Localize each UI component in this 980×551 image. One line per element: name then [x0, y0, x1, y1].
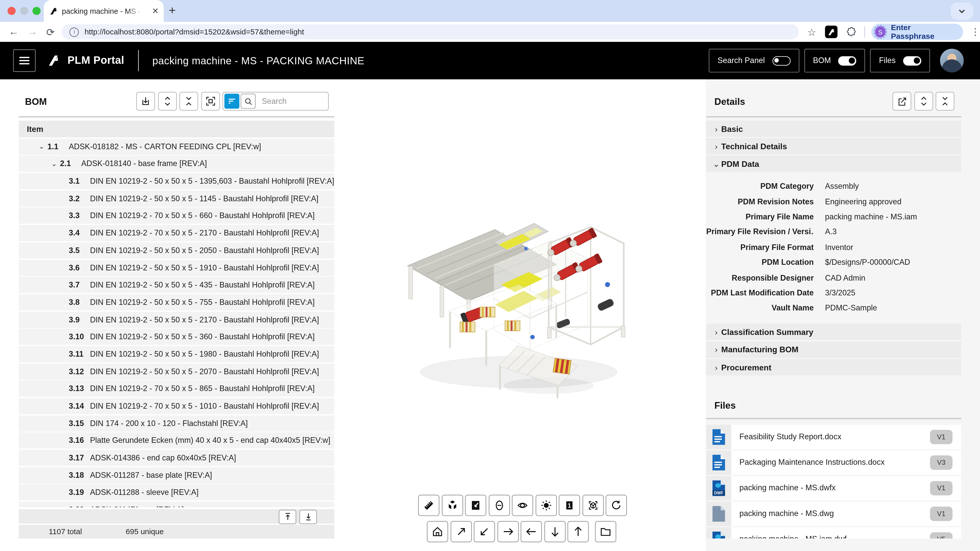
bom-collapse-all-button[interactable]	[180, 92, 198, 110]
window-controls[interactable]	[7, 7, 41, 15]
move-up-right-button[interactable]	[450, 521, 471, 542]
move-right-button[interactable]	[497, 521, 518, 542]
brightness-button[interactable]	[535, 495, 557, 516]
bom-search-icon[interactable]	[241, 94, 256, 109]
show-button[interactable]	[512, 495, 533, 516]
measure-button[interactable]	[418, 495, 439, 516]
file-row[interactable]: DWF Packaging Maintenance Instructions.d…	[706, 450, 961, 475]
single-viewport-button[interactable]: 1	[558, 495, 580, 516]
bom-fit-button[interactable]	[201, 92, 220, 110]
browser-tab[interactable]: packing machine - MS - PACK ✕	[44, 0, 164, 22]
bom-tree-row[interactable]: ⌄ 1.1 ADSK-018182 - MS - CARTON FEEDING …	[19, 138, 334, 155]
bom-tree-row[interactable]: 3.11 DIN EN 10219-2 - 50 x 50 x 5 - 1980…	[19, 346, 334, 362]
bom-tree-row[interactable]: 3.13 DIN EN 10219-2 - 70 x 50 x 5 - 865 …	[19, 381, 334, 397]
bom-tree-row[interactable]: 3.12 DIN EN 10219-2 - 50 x 50 x 5 - 2070…	[19, 363, 334, 380]
reload-icon[interactable]: ⟳	[46, 26, 55, 38]
accordion-section-header[interactable]: › Technical Details	[706, 138, 961, 154]
views-folder-button[interactable]	[595, 521, 616, 542]
close-window-icon[interactable]	[7, 7, 16, 15]
bom-item-text: DIN EN 10219-2 - 70 x 50 x 5 - 1010 - Ba…	[90, 402, 319, 410]
bom-tree-row[interactable]: 3.8 DIN EN 10219-2 - 50 x 50 x 5 - 755 -…	[19, 294, 334, 310]
browser-menu-icon[interactable]: ⋮	[970, 26, 980, 38]
bom-tree-row[interactable]: 3.6 DIN EN 10219-2 - 50 x 50 x 5 - 1910 …	[19, 260, 334, 276]
file-row[interactable]: DWF packing machine - MS.dwg V1	[706, 501, 961, 526]
3d-viewer-canvas[interactable]	[400, 203, 638, 406]
bom-item-text: DIN EN 10219-2 - 50 x 50 x 5 - 1145 - Ba…	[90, 194, 318, 203]
bom-tree-row[interactable]: 3.19 ADSK-011288 - sleeve [REV:A]	[19, 484, 334, 501]
bom-filter-button[interactable]	[224, 94, 239, 109]
bom-tree-row[interactable]: 3.4 DIN EN 10219-2 - 70 x 50 x 5 - 2170 …	[19, 225, 334, 241]
minimize-window-icon[interactable]	[20, 7, 28, 15]
rotate-button[interactable]	[606, 495, 627, 516]
home-view-button[interactable]	[427, 521, 448, 542]
bom-tree-row-partial[interactable]: 3.20 ADSK-011471 - … [REV:A]	[19, 502, 334, 508]
file-row[interactable]: DWF Feasibility Study Report.docx V1	[706, 424, 961, 449]
scroll-to-bottom-button[interactable]	[299, 510, 317, 524]
explode-button[interactable]	[442, 495, 463, 516]
autodesk-extension-icon[interactable]	[825, 25, 837, 38]
site-info-icon[interactable]: i	[70, 27, 79, 37]
bom-item-number: 3.1	[68, 177, 90, 186]
accordion-section-header[interactable]: ⌄ PDM Data	[706, 156, 961, 172]
bom-expand-all-button[interactable]	[158, 92, 177, 110]
bom-tree-row[interactable]: 3.18 ADSK-011287 - base plate [REV:A]	[19, 467, 334, 483]
page-title: packing machine - MS - PACKING MACHINE	[152, 55, 364, 67]
hide-button[interactable]	[488, 495, 510, 516]
bom-tree-row[interactable]: 3.10 DIN EN 10219-2 - 50 x 50 x 5 - 360 …	[19, 329, 334, 345]
details-open-external-button[interactable]	[892, 92, 911, 110]
pdm-field-value: CAD Admin	[825, 273, 865, 282]
move-down-left-button[interactable]	[474, 521, 495, 542]
main-menu-button[interactable]	[13, 49, 35, 72]
details-collapse-all-button[interactable]	[935, 92, 954, 110]
bom-download-button[interactable]	[136, 92, 155, 110]
move-up-button[interactable]	[568, 521, 589, 542]
bom-tree-row[interactable]: 3.3 DIN EN 10219-2 - 70 x 50 x 5 - 660 -…	[19, 208, 334, 224]
packing-machine-model	[400, 203, 638, 406]
bom-tree-row[interactable]: 3.2 DIN EN 10219-2 - 50 x 50 x 5 - 1145 …	[19, 190, 334, 206]
bom-tree-row[interactable]: 3.5 DIN EN 10219-2 - 50 x 50 x 5 - 2050 …	[19, 242, 334, 259]
bom-tree-row[interactable]: 3.15 DIN 174 - 200 x 10 - 120 - Flachsta…	[19, 415, 334, 432]
accordion-section-header[interactable]: › Procurement	[706, 359, 961, 375]
move-down-button[interactable]	[544, 521, 565, 542]
file-row[interactable]: DWF packing machine - MS.dwfx V1	[706, 476, 961, 500]
bom-tree-row[interactable]: 3.9 DIN EN 10219-2 - 50 x 50 x 5 - 2170 …	[19, 311, 334, 328]
bom-search-input[interactable]	[261, 96, 326, 106]
bom-toggle-switch[interactable]	[838, 56, 856, 65]
bom-tree-row[interactable]: 3.16 Platte Gerundete Ecken (mm) 40 x 40…	[19, 433, 334, 449]
bom-unique-count: 695 unique	[126, 527, 164, 536]
scroll-to-top-button[interactable]	[279, 510, 296, 524]
file-row[interactable]: DWF packing machine - MS.iam.dwf V5	[706, 527, 961, 538]
address-field[interactable]: i http://localhost:8080/portal?dmsid=152…	[62, 24, 798, 40]
bom-tree-row[interactable]: 3.17 ADSK-014386 - end cap 60x40x5 [REV:…	[19, 450, 334, 466]
screenshot-button[interactable]	[465, 495, 486, 516]
chevron-down-icon[interactable]: ⌄	[51, 160, 60, 168]
files-toggle[interactable]: Files	[870, 49, 930, 73]
details-expand-all-button[interactable]	[914, 92, 933, 110]
bom-item-text: DIN EN 10219-2 - 50 x 50 x 5 - 1980 - Ba…	[90, 350, 319, 359]
fit-selection-button[interactable]	[582, 495, 603, 516]
extensions-puzzle-icon[interactable]	[846, 27, 857, 37]
chevron-down-icon[interactable]: ⌄	[39, 143, 48, 151]
accordion-section-header[interactable]: › Basic	[706, 121, 961, 137]
bom-tree-row[interactable]: 3.1 DIN EN 10219-2 - 50 x 50 x 5 - 1395,…	[19, 173, 334, 189]
user-avatar[interactable]	[940, 49, 964, 73]
dwg-file-icon	[712, 505, 725, 522]
enter-passphrase-button[interactable]: S Enter Passphrase	[871, 24, 963, 40]
accordion-section-header[interactable]: › Classification Summary	[706, 324, 961, 340]
back-icon[interactable]: ←	[9, 26, 19, 38]
tab-close-icon[interactable]: ✕	[152, 6, 159, 16]
bookmark-star-icon[interactable]: ☆	[807, 26, 816, 38]
bom-toggle[interactable]: BOM	[804, 49, 865, 73]
maximize-window-icon[interactable]	[32, 7, 41, 15]
files-toggle-switch[interactable]	[903, 56, 921, 65]
bom-tree-row[interactable]: 3.14 DIN EN 10219-2 - 70 x 50 x 5 - 1010…	[19, 398, 334, 414]
bom-tree-row[interactable]: 3.7 DIN EN 10219-2 - 50 x 50 x 5 - 435 -…	[19, 277, 334, 293]
move-left-button[interactable]	[520, 521, 542, 542]
bom-tree-row[interactable]: ⌄ 2.1 ADSK-018140 - base frame [REV:A]	[19, 156, 334, 172]
forward-icon[interactable]: →	[27, 26, 38, 38]
tab-search-icon[interactable]	[951, 3, 973, 20]
new-tab-icon[interactable]: +	[169, 4, 176, 17]
accordion-section-header[interactable]: › Manufacturing BOM	[706, 341, 961, 358]
search-panel-toggle[interactable]: Search Panel	[709, 49, 799, 73]
search-panel-toggle-switch[interactable]	[772, 56, 791, 65]
